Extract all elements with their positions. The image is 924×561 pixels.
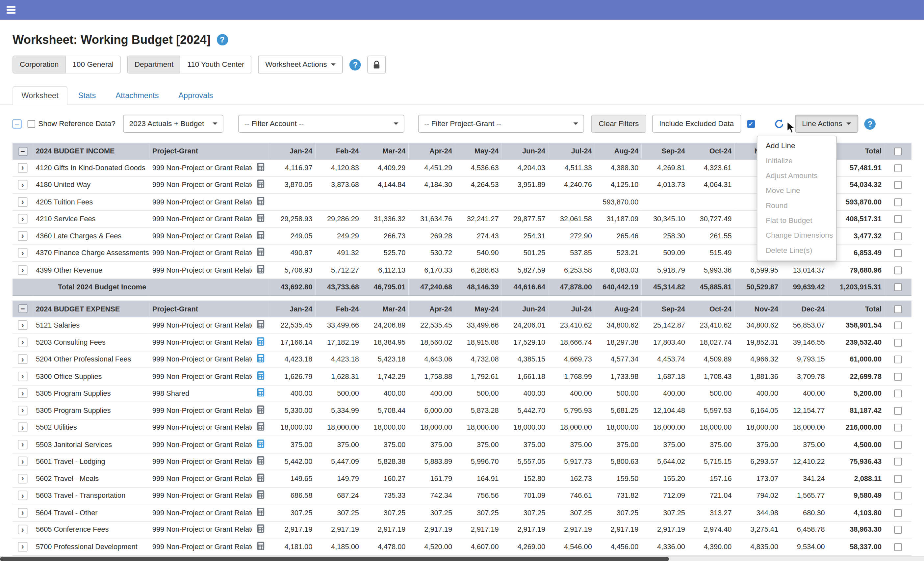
month-value-cell[interactable]: 4,546.00 xyxy=(548,538,595,555)
month-value-cell[interactable]: 18,000.00 xyxy=(315,419,362,436)
menu-item-add-line[interactable]: Add Line xyxy=(758,138,837,153)
month-value-cell[interactable]: 2,917.19 xyxy=(455,521,502,538)
month-value-cell[interactable]: 400.00 xyxy=(362,385,409,402)
month-value-cell[interactable]: 4,144.84 xyxy=(362,176,409,193)
calculator-icon[interactable] xyxy=(256,230,265,239)
month-value-cell[interactable]: 29,286.29 xyxy=(315,211,362,227)
calculator-icon[interactable] xyxy=(256,524,265,533)
month-value-cell[interactable]: 4,269.00 xyxy=(502,538,549,555)
expand-row-button[interactable]: › xyxy=(18,423,27,432)
month-value-cell[interactable]: 6,293.57 xyxy=(735,453,782,470)
scrollbar-thumb[interactable] xyxy=(0,557,669,561)
month-value-cell[interactable]: 4,323.61 xyxy=(688,159,735,176)
dataset-select[interactable]: 2023 Actuals + Budget xyxy=(123,114,224,132)
expand-row-button[interactable]: › xyxy=(18,214,27,224)
month-value-cell[interactable]: 701.09 xyxy=(502,487,549,504)
tab-stats[interactable]: Stats xyxy=(69,86,105,105)
expand-row-button[interactable]: › xyxy=(18,320,27,330)
calculator-icon[interactable] xyxy=(256,405,265,414)
month-value-cell[interactable]: 1,742.29 xyxy=(362,368,409,385)
row-checkbox[interactable] xyxy=(894,407,902,415)
row-checkbox[interactable] xyxy=(894,543,902,551)
menu-item-flat-to-budget[interactable]: Flat to Budget xyxy=(758,214,837,228)
month-value-cell[interactable]: 18,666.74 xyxy=(548,334,595,351)
month-value-cell[interactable]: 4,453.74 xyxy=(641,350,688,368)
month-value-cell[interactable]: 756.56 xyxy=(455,487,502,504)
corporation-value[interactable]: 100 General xyxy=(66,56,121,74)
calculator-icon[interactable] xyxy=(256,214,265,222)
month-value-cell[interactable]: 525.70 xyxy=(362,244,409,262)
month-value-cell[interactable]: 39,146.55 xyxy=(781,334,828,351)
department-value[interactable]: 110 Youth Center xyxy=(181,56,251,74)
month-value-cell[interactable]: 5,795.93 xyxy=(548,402,595,419)
month-value-cell[interactable]: 18,000.00 xyxy=(781,419,828,436)
calculator-icon[interactable] xyxy=(256,507,265,516)
filter-project-grant-select[interactable]: -- Filter Project-Grant -- xyxy=(418,114,584,132)
collapse-all-button[interactable]: − xyxy=(12,119,21,128)
month-value-cell[interactable]: 31,336.32 xyxy=(362,211,409,227)
month-value-cell[interactable]: 34,800.62 xyxy=(595,317,642,334)
month-value-cell[interactable]: 4,336.00 xyxy=(641,538,688,555)
month-value-cell[interactable]: 307.25 xyxy=(548,504,595,521)
expand-row-button[interactable]: › xyxy=(18,197,27,207)
month-value-cell[interactable]: 155.20 xyxy=(641,470,688,487)
tab-approvals[interactable]: Approvals xyxy=(170,86,222,105)
month-value-cell[interactable]: 794.02 xyxy=(735,487,782,504)
month-value-cell[interactable]: 686.58 xyxy=(269,487,316,504)
month-value-cell[interactable]: 265.46 xyxy=(595,227,642,245)
month-value-cell[interactable]: 4,184.30 xyxy=(409,176,455,193)
month-value-cell[interactable]: 31,187.09 xyxy=(595,211,642,227)
month-value-cell[interactable]: 400.00 xyxy=(409,385,455,402)
month-value-cell[interactable]: 30,345.10 xyxy=(641,211,688,227)
month-value-cell[interactable]: 375.00 xyxy=(502,436,549,453)
month-value-cell[interactable]: 4,264.53 xyxy=(455,176,502,193)
month-value-cell[interactable]: 4,013.73 xyxy=(641,176,688,193)
month-value-cell[interactable]: 12,410.22 xyxy=(781,453,828,470)
month-value-cell[interactable]: 6,253.58 xyxy=(548,262,595,278)
expand-row-button[interactable]: › xyxy=(18,372,27,381)
month-value-cell[interactable]: 18,000.00 xyxy=(548,419,595,436)
month-value-cell[interactable]: 400.00 xyxy=(641,385,688,402)
calculator-icon[interactable] xyxy=(256,473,265,482)
month-value-cell[interactable]: 149.79 xyxy=(315,470,362,487)
month-value-cell[interactable]: 3,870.05 xyxy=(269,176,316,193)
month-value-cell[interactable]: 3,709.78 xyxy=(781,368,828,385)
month-value-cell[interactable]: 2,917.19 xyxy=(362,521,409,538)
month-value-cell[interactable]: 25,142.87 xyxy=(641,317,688,334)
month-value-cell[interactable]: 29,258.93 xyxy=(269,211,316,227)
section-select-checkbox[interactable] xyxy=(894,148,902,156)
expand-row-button[interactable]: › xyxy=(18,542,27,552)
row-checkbox[interactable] xyxy=(894,526,902,534)
month-value-cell[interactable]: 4,064.31 xyxy=(688,176,735,193)
month-value-cell[interactable]: 18,297.38 xyxy=(595,334,642,351)
month-value-cell[interactable]: 4,390.00 xyxy=(688,538,735,555)
month-value-cell[interactable]: 5,447.09 xyxy=(315,453,362,470)
month-value-cell[interactable]: 1,626.79 xyxy=(269,368,316,385)
month-value-cell[interactable]: 344.98 xyxy=(735,504,782,521)
month-value-cell[interactable]: 2,917.19 xyxy=(548,521,595,538)
month-value-cell[interactable]: 3,873.68 xyxy=(315,176,362,193)
collapse-section-button[interactable]: − xyxy=(18,304,27,313)
month-value-cell[interactable]: 4,409.29 xyxy=(362,159,409,176)
month-value-cell[interactable]: 307.25 xyxy=(502,504,549,521)
month-value-cell[interactable]: 258.30 xyxy=(641,227,688,245)
month-value-cell[interactable]: 375.00 xyxy=(315,436,362,453)
month-value-cell[interactable] xyxy=(688,193,735,211)
month-value-cell[interactable]: 5,993.36 xyxy=(688,262,735,278)
menu-item-move-line[interactable]: Move Line xyxy=(758,183,837,198)
month-value-cell[interactable]: 4,181.00 xyxy=(269,538,316,555)
help-icon[interactable]: ? xyxy=(350,59,361,70)
month-value-cell[interactable]: 313.27 xyxy=(688,504,735,521)
month-value-cell[interactable]: 30,727.49 xyxy=(688,211,735,227)
calculator-icon[interactable] xyxy=(256,490,265,499)
month-value-cell[interactable]: 19,852.31 xyxy=(735,334,782,351)
expand-row-button[interactable]: › xyxy=(18,508,27,517)
month-value-cell[interactable]: 4,125.10 xyxy=(595,176,642,193)
month-value-cell[interactable]: 32,241.27 xyxy=(455,211,502,227)
month-value-cell[interactable]: 18,000.00 xyxy=(362,419,409,436)
month-value-cell[interactable]: 5,708.44 xyxy=(362,402,409,419)
month-value-cell[interactable]: 269.28 xyxy=(409,227,455,245)
calculator-icon[interactable] xyxy=(256,337,265,346)
expand-row-button[interactable]: › xyxy=(18,457,27,466)
help-icon[interactable]: ? xyxy=(864,118,876,129)
